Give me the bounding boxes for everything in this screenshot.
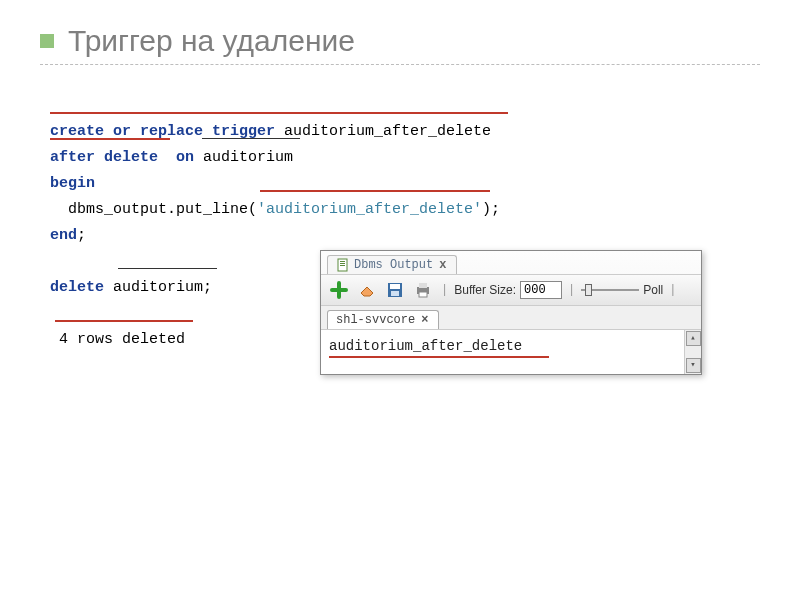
code-id: auditorium_after_delete	[275, 123, 491, 140]
code-kw: after delete	[50, 149, 167, 166]
close-icon[interactable]: ×	[419, 313, 430, 327]
code-kw: delete	[50, 279, 104, 296]
buffer-size-label: Buffer Size:	[454, 283, 516, 297]
slide-title: Триггер на удаление	[68, 24, 355, 58]
underline-red	[329, 356, 549, 358]
separator: |	[667, 283, 678, 297]
underline-red	[50, 138, 170, 140]
code-kw: begin	[50, 175, 95, 192]
code-id: auditorium	[203, 149, 293, 166]
svg-marker-4	[361, 287, 373, 296]
svg-rect-1	[340, 261, 345, 262]
output-text[interactable]: auditorium_after_delete	[321, 330, 684, 374]
underline-red	[260, 190, 490, 192]
output-body: auditorium_after_delete ▴ ▾	[321, 330, 701, 374]
code-str: 'auditorium_after_delete'	[257, 201, 482, 218]
vertical-scrollbar[interactable]: ▴ ▾	[684, 330, 701, 374]
tab-label: Dbms Output	[354, 258, 433, 272]
code-id: ;	[77, 227, 86, 244]
poll-slider[interactable]	[581, 283, 639, 297]
underline-black	[202, 138, 300, 139]
panel-toolbar: | Buffer Size: | Poll |	[321, 275, 701, 306]
connection-tabbar: shl-svvcore ×	[321, 306, 701, 330]
code-result: 4 rows deleted	[50, 331, 185, 348]
scroll-up-button[interactable]: ▴	[686, 331, 701, 346]
save-button[interactable]	[383, 279, 407, 301]
svg-rect-7	[391, 291, 399, 296]
tab-dbms-output[interactable]: Dbms Output x	[327, 255, 457, 274]
svg-rect-10	[419, 292, 427, 297]
title-bullet-icon	[40, 34, 54, 48]
code-kw: on	[167, 149, 203, 166]
output-line: auditorium_after_delete	[329, 338, 522, 354]
svg-rect-9	[419, 283, 427, 288]
code-kw: end	[50, 227, 77, 244]
underline-red	[50, 112, 508, 114]
scroll-down-button[interactable]: ▾	[686, 358, 701, 373]
svg-rect-6	[390, 284, 400, 289]
separator: |	[566, 283, 577, 297]
code-id: );	[482, 201, 500, 218]
panel-tabbar: Dbms Output x	[321, 251, 701, 275]
buffer-size-input[interactable]	[520, 281, 562, 299]
connection-tab-label: shl-svvcore	[336, 313, 415, 327]
close-icon[interactable]: x	[437, 258, 448, 272]
clear-button[interactable]	[355, 279, 379, 301]
add-button[interactable]	[327, 279, 351, 301]
underline-black	[118, 268, 217, 269]
code-id: dbms_output.put_line(	[50, 201, 257, 218]
slider-thumb[interactable]	[585, 284, 592, 296]
print-button[interactable]	[411, 279, 435, 301]
separator: |	[439, 283, 450, 297]
svg-rect-3	[340, 265, 345, 266]
code-id: auditorium;	[104, 279, 212, 296]
svg-rect-2	[340, 263, 345, 264]
dbms-output-panel: Dbms Output x | Buffer Size: | Poll | sh…	[320, 250, 702, 375]
underline-red	[55, 320, 193, 322]
connection-tab[interactable]: shl-svvcore ×	[327, 310, 439, 329]
doc-icon	[336, 258, 350, 272]
slide-title-row: Триггер на удаление	[40, 24, 760, 65]
poll-label: Poll	[643, 283, 663, 297]
